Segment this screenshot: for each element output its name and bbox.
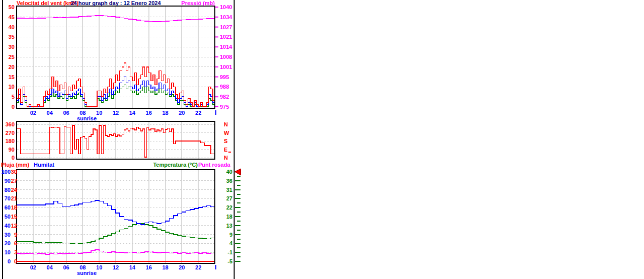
pressure-axis-title: Pressió (mb) (170, 1, 215, 6)
pressure-tick-mark (215, 66, 218, 67)
hour-tick: 04 (45, 265, 55, 270)
pressure-tick: 995 (220, 75, 233, 80)
pressure-tick: 1001 (220, 64, 233, 70)
pressure-tick: 1008 (220, 54, 233, 60)
hour-tick: 14 (127, 110, 137, 116)
temperature-tick: 18 (218, 214, 232, 220)
frame-right-line (234, 0, 235, 279)
wind-speed-tick: 45 (0, 15, 15, 20)
wind-speed-tick: 35 (0, 34, 15, 40)
humidity-axis-title: Humitat (34, 162, 54, 168)
rain-tick: 18 (0, 205, 17, 211)
rain-axis-title: Pluja (mm) (1, 162, 29, 168)
hour-tick: 12 (111, 110, 121, 116)
pressure-tick: 1034 (220, 15, 233, 20)
pressure-tick-mark (215, 96, 218, 97)
hour-tick: 06 (61, 265, 71, 270)
temperature-axis-title: Temperatura (°C) (122, 162, 198, 168)
weather-graph-page: Velocitat del vent (kmh) 24 hour graph d… (0, 0, 644, 279)
compass-letter: N (224, 122, 231, 127)
rain-tick: 21 (0, 196, 17, 201)
rain-tick: 12 (0, 223, 17, 229)
compass-letter: S (224, 138, 231, 144)
temp-marker-triangle (235, 169, 241, 175)
wind-speed-tick: 50 (0, 5, 15, 10)
temperature-tick: 27 (218, 196, 232, 201)
rain-tick: 9 (0, 232, 17, 238)
hour-tick: 22 (193, 110, 203, 116)
rain-tick: 0 (0, 259, 17, 264)
sunrise-annotation: sunrise (74, 116, 100, 121)
pressure-tick: 1027 (220, 25, 233, 30)
axis-end-tick (215, 110, 216, 115)
compass-letter: N (224, 155, 231, 161)
wind-speed-tick: 20 (0, 64, 15, 70)
hour-tick: 18 (160, 110, 171, 116)
pressure-tick: 988 (220, 84, 233, 90)
wind-speed-tick: 25 (0, 54, 15, 60)
temperature-tick: 9 (218, 232, 232, 238)
sunrise-annotation: sunrise (74, 270, 100, 276)
hour-tick: 20 (177, 110, 187, 116)
hour-tick: 12 (111, 265, 121, 270)
temperature-tick: 36 (218, 178, 232, 184)
axis-end-tick (215, 265, 216, 269)
hour-tick: 02 (28, 110, 38, 116)
pressure-tick-mark (215, 56, 218, 57)
hour-tick: 16 (144, 265, 154, 270)
hour-tick: 22 (193, 265, 203, 270)
pressure-tick: 1040 (220, 5, 233, 10)
direction-tick: 270 (0, 130, 15, 136)
wind-speed-tick: 40 (0, 25, 15, 30)
hour-tick: 14 (127, 265, 137, 270)
temperature-tick: 40 (218, 169, 232, 175)
wind-speed-tick: 0 (0, 104, 15, 110)
hour-tick: 06 (61, 110, 71, 116)
rain-tick: 27 (0, 178, 17, 184)
pressure-tick-mark (215, 86, 218, 87)
direction-tick: 90 (0, 147, 15, 153)
weather-graphs-canvas (0, 0, 644, 279)
wind-speed-tick: 30 (0, 44, 15, 50)
compass-letter: E (224, 147, 231, 153)
pressure-tick-mark (215, 17, 218, 18)
hour-tick: 16 (144, 110, 154, 116)
temperature-tick: -5 (218, 259, 232, 264)
temperature-tick: 13 (218, 223, 232, 229)
pressure-tick-mark (215, 7, 218, 8)
wind-speed-tick: 5 (0, 94, 15, 100)
temperature-tick: -1 (218, 250, 232, 255)
pressure-tick: 975 (220, 104, 233, 110)
wind-speed-tick: 15 (0, 75, 15, 80)
rain-tick: 3 (0, 250, 17, 255)
direction-tick: 180 (0, 138, 15, 144)
rain-tick: 6 (0, 241, 17, 246)
direction-tick: 360 (0, 122, 15, 127)
rain-tick: 24 (0, 187, 17, 193)
temperature-tick: 31 (218, 187, 232, 193)
pressure-tick: 1021 (220, 34, 233, 40)
rain-tick: 15 (0, 214, 17, 220)
compass-letter: W (224, 130, 231, 136)
pressure-tick-mark (215, 36, 218, 37)
temperature-tick: 22 (218, 205, 232, 211)
direction-tick: 0 (0, 155, 15, 161)
hour-tick: 18 (160, 265, 171, 270)
temperature-tick: 4 (218, 241, 232, 246)
pressure-tick: 1014 (220, 44, 233, 50)
hour-tick: 04 (45, 110, 55, 116)
hour-tick: 20 (177, 265, 187, 270)
pressure-tick-mark (215, 27, 218, 28)
pressure-tick: 982 (220, 94, 233, 100)
dew-point-axis-title: Punt rosada (198, 162, 230, 168)
rain-tick: 30 (0, 169, 17, 175)
pressure-tick-mark (215, 77, 218, 78)
pressure-tick-mark (215, 46, 218, 47)
hour-tick: 02 (28, 265, 38, 270)
wind-speed-tick: 10 (0, 84, 15, 90)
pressure-tick-mark (215, 106, 218, 107)
